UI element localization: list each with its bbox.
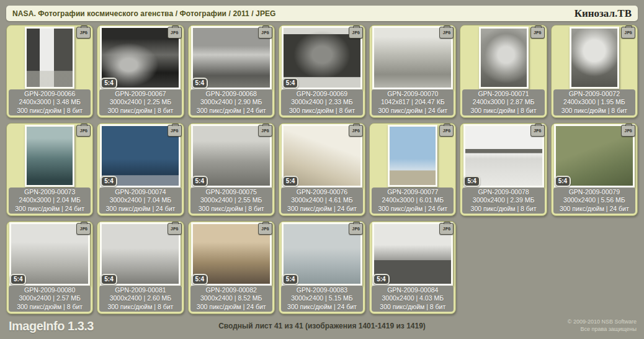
- thumbnail-caption: GPN-2009-00076 3000x2400 | 4.61 МБ 300 п…: [281, 188, 363, 214]
- jpg-format-badge: JPG: [76, 27, 91, 38]
- jpg-format-badge: JPG: [530, 125, 545, 137]
- image-dpi-depth: 300 пикс/дюйм | 8 бит: [462, 205, 544, 213]
- thumbnail-image-area: JPG: [552, 25, 637, 90]
- jpg-format-badge: JPG: [258, 125, 272, 137]
- image-id: GPN-2009-00072: [553, 90, 635, 98]
- image-dimensions-size: 3000x2400 | 4.03 МБ: [372, 294, 454, 302]
- image-id: GPN-2009-00074: [99, 188, 181, 196]
- thumbnail-card[interactable]: JPG 5:4 GPN-2009-00069 3000x2400 | 2.33 …: [279, 25, 365, 118]
- thumbnail-caption: GPN-2009-00075 3000x2400 | 2.55 МБ 300 п…: [190, 188, 272, 214]
- thumbnail-image-area: JPG: [7, 25, 92, 90]
- photo-thumbnail: [25, 125, 74, 187]
- image-dimensions-size: 3000x2400 | 8.52 МБ: [190, 294, 272, 302]
- thumbnail-card[interactable]: JPG 5:4 GPN-2009-00084 3000x2400 | 4.03 …: [369, 221, 456, 314]
- image-dimensions-size: 2400x3000 | 1.95 МБ: [553, 98, 635, 106]
- jpg-format-badge: JPG: [349, 27, 363, 38]
- thumbnail-card[interactable]: JPG 5:4 GPN-2009-00080 3000x2400 | 2.57 …: [6, 221, 93, 314]
- thumbnail-card[interactable]: JPG 5:4 GPN-2009-00082 3000x2400 | 8.52 …: [188, 221, 275, 314]
- image-dpi-depth: 300 пикс/дюйм | 24 бит: [190, 107, 272, 115]
- thumbnail-caption: GPN-2009-00066 2400x3000 | 3.48 МБ 300 п…: [9, 89, 91, 115]
- thumbnail-image-area: JPG 5:4: [279, 124, 365, 188]
- thumbnail-card[interactable]: JPG 5:4 GPN-2009-00079 3000x2400 | 5.56 …: [551, 123, 638, 216]
- aspect-ratio-badge: 5:4: [10, 274, 26, 285]
- jpg-format-badge: JPG: [258, 27, 272, 38]
- thumbnail-card[interactable]: JPG GPN-2009-00071 2400x3000 | 2.87 МБ 3…: [460, 25, 547, 118]
- thumbnail-image-area: JPG: [370, 124, 455, 188]
- image-id: GPN-2009-00070: [372, 90, 454, 98]
- image-dpi-depth: 300 пикс/дюйм | 8 бит: [9, 107, 91, 115]
- jpg-format-badge: JPG: [349, 223, 363, 235]
- thumbnail-image-area: JPG 5:4: [97, 124, 183, 188]
- thumbnail-card[interactable]: JPG 5:4 GPN-2009-00067 3000x2400 | 2.25 …: [97, 25, 184, 118]
- aspect-ratio-badge: 5:4: [101, 78, 117, 89]
- image-dimensions-size: 3000x2400 | 5.15 МБ: [281, 294, 363, 302]
- image-dpi-depth: 300 пикс/дюйм | 8 бит: [9, 303, 91, 311]
- thumbnail-image-area: JPG: [7, 124, 92, 188]
- jpg-format-badge: JPG: [530, 27, 545, 38]
- image-dimensions-size: 3000x2400 | 2.90 МБ: [190, 98, 272, 106]
- thumbnail-card[interactable]: JPG 5:4 GPN-2009-00078 3000x2400 | 2.39 …: [460, 123, 547, 216]
- brand-logo[interactable]: Кинозал.ТВ: [575, 7, 632, 20]
- thumbnail-image-area: JPG: [460, 25, 546, 90]
- image-dimensions-size: 3000x2400 | 4.61 МБ: [281, 196, 363, 204]
- aspect-ratio-badge: 5:4: [555, 176, 571, 187]
- jpg-format-badge: JPG: [168, 223, 182, 235]
- aspect-ratio-badge: 5:4: [101, 176, 117, 187]
- image-id: GPN-2009-00084: [372, 286, 454, 294]
- image-id: GPN-2009-00076: [281, 188, 363, 196]
- thumbnail-image-area: JPG 5:4: [370, 222, 455, 286]
- jpg-format-badge: JPG: [168, 27, 182, 38]
- thumbnail-card[interactable]: JPG 5:4 GPN-2009-00081 3000x2400 | 2.60 …: [97, 221, 184, 314]
- image-dimensions-size: 3000x2400 | 2.55 МБ: [190, 196, 272, 204]
- thumbnail-caption: GPN-2009-00083 3000x2400 | 5.15 МБ 300 п…: [281, 286, 363, 312]
- image-id: GPN-2009-00067: [99, 90, 181, 98]
- image-id: GPN-2009-00080: [9, 286, 91, 294]
- thumbnail-card[interactable]: JPG GPN-2009-00072 2400x3000 | 1.95 МБ 3…: [551, 25, 638, 118]
- thumbnail-image-area: JPG 5:4: [552, 124, 637, 188]
- thumbnail-card[interactable]: JPG GPN-2009-00070 1042x817 | 204.47 КБ …: [369, 25, 456, 118]
- jpg-format-badge: JPG: [621, 125, 635, 137]
- thumbnail-image-area: JPG: [370, 25, 455, 90]
- thumbnail-card[interactable]: JPG 5:4 GPN-2009-00075 3000x2400 | 2.55 …: [188, 123, 275, 216]
- image-id: GPN-2009-00077: [372, 188, 454, 196]
- image-id: GPN-2009-00069: [281, 90, 363, 98]
- thumbnail-card[interactable]: JPG GPN-2009-00073 2400x3000 | 2.04 МБ 3…: [6, 123, 93, 216]
- thumbnail-image-area: JPG 5:4: [97, 25, 183, 90]
- jpg-format-badge: JPG: [621, 27, 635, 38]
- image-id: GPN-2009-00073: [9, 188, 91, 196]
- jpg-format-badge: JPG: [439, 125, 454, 137]
- image-dimensions-size: 1042x817 | 204.47 КБ: [372, 98, 454, 106]
- thumbnail-caption: GPN-2009-00082 3000x2400 | 8.52 МБ 300 п…: [190, 286, 272, 312]
- image-dimensions-size: 3000x2400 | 2.33 МБ: [281, 98, 363, 106]
- image-id: GPN-2009-00071: [462, 90, 544, 98]
- thumbnail-card[interactable]: JPG 5:4 GPN-2009-00068 3000x2400 | 2.90 …: [188, 25, 275, 118]
- image-dimensions-size: 2400x3000 | 3.48 МБ: [9, 98, 91, 106]
- aspect-ratio-badge: 5:4: [282, 176, 298, 187]
- image-dpi-depth: 300 пикс/дюйм | 24 бит: [372, 107, 454, 115]
- copyright: © 2009-2010 NSB Software Все права защищ…: [568, 318, 637, 333]
- thumbnail-caption: GPN-2009-00069 3000x2400 | 2.33 МБ 300 п…: [281, 89, 363, 115]
- image-id: GPN-2009-00075: [190, 188, 272, 196]
- thumbnail-image-area: JPG 5:4: [97, 222, 183, 286]
- thumbnail-card[interactable]: JPG 5:4 GPN-2009-00074 3000x2400 | 7.04 …: [97, 123, 184, 216]
- copyright-line: © 2009-2010 NSB Software: [568, 318, 637, 325]
- image-dimensions-size: 3000x2400 | 5.56 МБ: [553, 196, 635, 204]
- thumbnail-grid: JPG GPN-2009-00066 2400x3000 | 3.48 МБ 3…: [6, 25, 638, 314]
- thumbnail-caption: GPN-2009-00073 2400x3000 | 2.04 МБ 300 п…: [9, 188, 91, 214]
- image-dpi-depth: 300 пикс/дюйм | 24 бит: [190, 303, 272, 311]
- jpg-format-badge: JPG: [168, 125, 182, 137]
- thumbnail-image-area: JPG 5:4: [189, 222, 274, 286]
- thumbnail-caption: GPN-2009-00074 3000x2400 | 7.04 МБ 300 п…: [99, 188, 181, 214]
- image-id: GPN-2009-00068: [190, 90, 272, 98]
- image-dpi-depth: 300 пикс/дюйм | 24 бит: [99, 205, 181, 213]
- aspect-ratio-badge: 5:4: [192, 176, 208, 187]
- image-dimensions-size: 2400x3000 | 6.01 МБ: [372, 196, 454, 204]
- thumbnail-caption: GPN-2009-00067 3000x2400 | 2.25 МБ 300 п…: [99, 89, 181, 115]
- thumbnail-card[interactable]: JPG GPN-2009-00077 2400x3000 | 6.01 МБ 3…: [369, 123, 456, 216]
- image-dpi-depth: 300 пикс/дюйм | 24 бит: [372, 205, 454, 213]
- thumbnail-card[interactable]: JPG 5:4 GPN-2009-00083 3000x2400 | 5.15 …: [279, 221, 365, 314]
- photo-thumbnail: [25, 27, 74, 89]
- thumbnail-card[interactable]: JPG GPN-2009-00066 2400x3000 | 3.48 МБ 3…: [6, 25, 93, 118]
- rights-line: Все права защищены: [568, 325, 637, 333]
- thumbnail-card[interactable]: JPG 5:4 GPN-2009-00076 3000x2400 | 4.61 …: [279, 123, 365, 216]
